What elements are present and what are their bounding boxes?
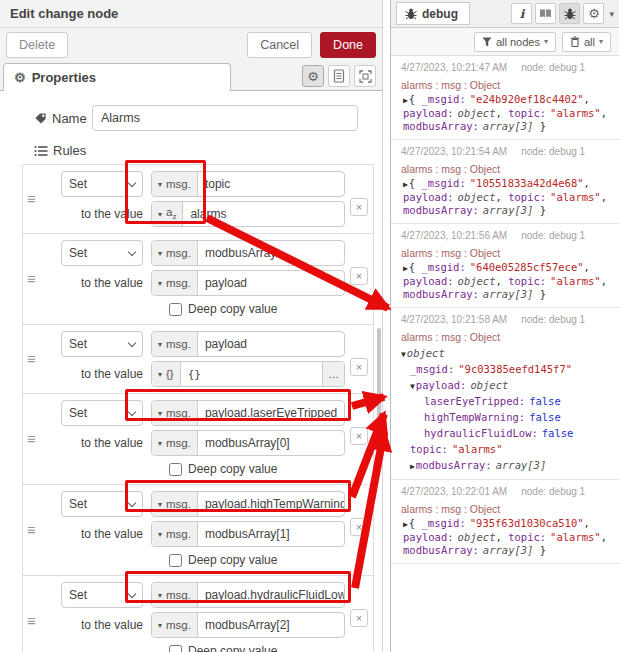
tag-icon — [34, 112, 47, 125]
property-type-button[interactable]: ▾ msg. — [152, 332, 198, 356]
json-meta: array[3] — [483, 544, 534, 556]
drag-handle-icon[interactable]: ≡ — [27, 190, 36, 207]
deep-copy-checkbox[interactable] — [169, 303, 182, 316]
drag-handle-icon[interactable]: ≡ — [27, 612, 36, 629]
message-timestamp: 4/27/2023, 10:21:54 AM — [401, 146, 507, 159]
property-type-button[interactable]: ▾ msg. — [152, 241, 198, 265]
property-field[interactable]: ▾ msg. payload.hydraulicFluidLow — [151, 582, 345, 608]
caret-down-icon: ▾ — [158, 439, 162, 448]
scrollbar-thumb[interactable] — [377, 328, 381, 423]
filter-label: all nodes — [496, 36, 540, 48]
drag-handle-icon[interactable]: ≡ — [27, 270, 36, 287]
edit-properties-button[interactable]: ⚙ — [302, 65, 324, 87]
caret-down-icon: ▾ — [158, 249, 162, 258]
value-type-button[interactable]: ▾ {} — [152, 362, 181, 386]
type-msg-label: msg. — [166, 407, 191, 419]
tab-debug[interactable]: debug — [396, 2, 470, 25]
appearance-button[interactable] — [354, 65, 376, 87]
chevron-down-icon — [128, 338, 136, 346]
filter-nodes-button[interactable]: all nodes ▾ — [474, 32, 556, 52]
property-field[interactable]: ▾ msg. topic — [151, 171, 345, 197]
value-field[interactable]: ▾ msg. modbusArray[1] — [151, 521, 345, 547]
property-type-button[interactable]: ▾ msg. — [152, 401, 198, 425]
expand-editor-button[interactable]: … — [322, 362, 344, 386]
change-rule-3: ≡ × Set ▾ msg. payload — [23, 325, 373, 394]
value-type-button[interactable]: ▾ msg. — [152, 522, 198, 546]
remove-rule-button[interactable]: × — [350, 609, 368, 627]
delete-button[interactable]: Delete — [6, 32, 68, 58]
value-field[interactable]: ▾ {} {} … — [151, 361, 345, 387]
expand-caret-icon[interactable]: ▶ — [403, 180, 408, 189]
description-button[interactable] — [328, 65, 350, 87]
drag-handle-icon[interactable]: ≡ — [27, 521, 36, 538]
remove-rule-button[interactable]: × — [350, 198, 368, 216]
collapse-caret-icon[interactable]: ▼ — [401, 350, 406, 359]
collapse-caret-icon[interactable]: ▼ — [410, 382, 415, 391]
clear-messages-button[interactable]: all ▾ — [562, 32, 611, 52]
drag-handle-icon[interactable]: ≡ — [27, 430, 36, 447]
rule-action-value: Set — [69, 406, 129, 420]
name-input[interactable] — [92, 105, 358, 131]
message-preview: ▶{ _msgid:"640e05285cf57ece", payload:ob… — [401, 261, 609, 301]
sidebar-tabs: debug i ⚙ ▾ — [391, 0, 619, 28]
sidebar-menu-caret[interactable]: ▾ — [609, 9, 614, 19]
message-path: alarms : msg : Object — [401, 161, 609, 177]
expand-caret-icon[interactable]: ▶ — [403, 96, 408, 105]
value-field[interactable]: ▾ msg. modbusArray[0] — [151, 430, 345, 456]
value-type-button[interactable]: ▾ msg. — [152, 271, 198, 295]
message-path: alarms : msg : Object — [401, 501, 609, 517]
value-type-button[interactable]: ▾ msg. — [152, 431, 198, 455]
help-tab-button[interactable] — [535, 3, 556, 24]
expand-caret-icon[interactable]: ▶ — [403, 264, 408, 273]
property-type-button[interactable]: ▾ msg. — [152, 172, 198, 196]
type-msg-label: msg. — [166, 619, 191, 631]
json-meta: object — [458, 107, 496, 119]
remove-rule-button[interactable]: × — [350, 427, 368, 445]
page-title: Edit change node — [0, 0, 382, 28]
json-row-hydraulic: hydraulicFluidLow:false — [401, 425, 609, 441]
property-field[interactable]: ▾ msg. payload.laserEyeTripped — [151, 400, 345, 426]
property-field[interactable]: ▾ msg. modbusArray — [151, 240, 345, 266]
remove-rule-button[interactable]: × — [350, 267, 368, 285]
gear-icon: ⚙ — [14, 71, 26, 84]
property-field[interactable]: ▾ msg. payload.highTempWarning — [151, 491, 345, 517]
rule-action-select[interactable]: Set — [61, 582, 143, 608]
json-key: payload: — [403, 191, 454, 203]
info-tab-button[interactable]: i — [511, 3, 532, 24]
config-nodes-button[interactable]: ⚙ — [583, 3, 604, 24]
to-the-value-label: to the value — [61, 276, 143, 290]
drag-handle-icon[interactable]: ≡ — [27, 350, 36, 367]
type-json-label: {} — [166, 368, 174, 380]
remove-rule-button[interactable]: × — [350, 518, 368, 536]
rule-action-select[interactable]: Set — [61, 331, 143, 357]
to-the-value-label: to the value — [61, 436, 143, 450]
expand-caret-icon[interactable]: ▶ — [403, 520, 408, 529]
value-field[interactable]: ▾ msg. modbusArray[2] — [151, 612, 345, 638]
tab-properties[interactable]: ⚙ Properties — [3, 63, 231, 91]
rule-action-select[interactable]: Set — [61, 240, 143, 266]
json-boolean: false — [529, 411, 561, 423]
done-button[interactable]: Done — [320, 32, 376, 58]
deep-copy-checkbox[interactable] — [169, 463, 182, 476]
property-type-button[interactable]: ▾ msg. — [152, 492, 198, 516]
rule-action-select[interactable]: Set — [61, 491, 143, 517]
debug-tab-button[interactable] — [559, 3, 580, 24]
rule-action-select[interactable]: Set — [61, 171, 143, 197]
json-meta: object — [470, 379, 508, 391]
value-type-button[interactable]: ▾ az — [152, 202, 183, 226]
value-type-button[interactable]: ▾ msg. — [152, 613, 198, 637]
value-field[interactable]: ▾ az alarms — [151, 201, 345, 227]
property-type-button[interactable]: ▾ msg. — [152, 583, 198, 607]
expand-caret-icon[interactable]: ▶ — [410, 462, 415, 471]
deep-copy-label: Deep copy value — [188, 462, 277, 476]
value-field[interactable]: ▾ msg. payload — [151, 270, 345, 296]
property-field[interactable]: ▾ msg. payload — [151, 331, 345, 357]
chevron-down-icon — [128, 589, 136, 597]
json-key: topic: — [508, 107, 546, 119]
deep-copy-checkbox[interactable] — [169, 645, 182, 652]
json-row-laser: laserEyeTripped:false — [401, 393, 609, 409]
cancel-button[interactable]: Cancel — [247, 32, 312, 58]
rule-action-select[interactable]: Set — [61, 400, 143, 426]
deep-copy-checkbox[interactable] — [169, 554, 182, 567]
remove-rule-button[interactable]: × — [350, 358, 368, 376]
